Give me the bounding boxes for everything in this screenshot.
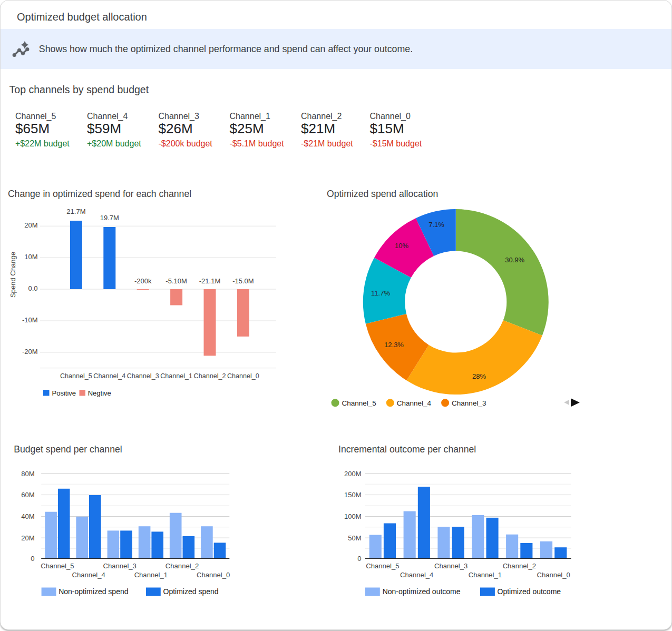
svg-text:Channel_3: Channel_3 (434, 562, 468, 570)
svg-text:Channel_5: Channel_5 (366, 562, 399, 570)
svg-text:Channel_4: Channel_4 (400, 571, 433, 579)
svg-text:150M: 150M (344, 491, 362, 499)
svg-text:7.1%: 7.1% (428, 221, 444, 229)
svg-text:80M: 80M (21, 470, 34, 478)
svg-text:-21.1M: -21.1M (199, 277, 220, 285)
svg-text:-5.10M: -5.10M (165, 277, 187, 285)
svg-text:Non-optimized spend: Non-optimized spend (59, 587, 128, 596)
svg-text:Channel_3: Channel_3 (452, 399, 486, 407)
svg-text:-15.0M: -15.0M (232, 277, 254, 285)
svg-text:Channel_2: Channel_2 (503, 562, 536, 570)
svg-text:0: 0 (31, 555, 34, 563)
svg-text:19.7M: 19.7M (100, 214, 119, 222)
svg-text:Optimized spend: Optimized spend (163, 587, 219, 596)
svg-text:Channel_2: Channel_2 (165, 562, 199, 570)
svg-text:Channel_5: Channel_5 (41, 562, 74, 570)
svg-text:12.3%: 12.3% (384, 341, 404, 349)
svg-text:200M: 200M (344, 470, 362, 478)
svg-text:20M: 20M (24, 221, 37, 229)
svg-text:Channel_4: Channel_4 (72, 571, 105, 579)
svg-text:Channel_0: Channel_0 (197, 571, 230, 579)
svg-text:Channel_0: Channel_0 (537, 571, 570, 579)
svg-text:0: 0 (357, 555, 361, 563)
svg-text:Channel_1: Channel_1 (160, 372, 192, 380)
svg-text:Channel_0: Channel_0 (227, 372, 259, 380)
svg-text:Channel_5: Channel_5 (342, 399, 376, 407)
svg-text:Channel_1: Channel_1 (469, 571, 502, 579)
svg-text:Channel_5: Channel_5 (60, 372, 92, 380)
svg-text:Negtive: Negtive (88, 389, 111, 397)
svg-text:Channel_4: Channel_4 (93, 372, 125, 380)
svg-text:Channel_3: Channel_3 (127, 372, 159, 380)
svg-text:Channel_1: Channel_1 (134, 571, 168, 579)
svg-text:Positive: Positive (52, 389, 76, 397)
svg-text:-10M: -10M (22, 316, 38, 324)
svg-text:60M: 60M (21, 491, 34, 499)
svg-text:50M: 50M (348, 534, 361, 542)
svg-text:100M: 100M (344, 512, 362, 520)
svg-text:20M: 20M (21, 534, 34, 542)
svg-text:21.7M: 21.7M (66, 208, 85, 215)
svg-text:Channel_2: Channel_2 (194, 372, 226, 380)
svg-text:10%: 10% (395, 242, 408, 250)
svg-text:0.0: 0.0 (28, 284, 37, 292)
svg-text:-20M: -20M (22, 348, 38, 356)
svg-text:28%: 28% (472, 372, 486, 380)
svg-text:40M: 40M (21, 512, 34, 520)
svg-text:Channel_4: Channel_4 (397, 399, 432, 407)
svg-text:11.7%: 11.7% (371, 289, 390, 297)
svg-text:-200k: -200k (134, 277, 152, 285)
svg-text:Optimized outcome: Optimized outcome (498, 587, 561, 596)
svg-text:Non-optimized outcome: Non-optimized outcome (383, 587, 461, 596)
svg-text:30.9%: 30.9% (505, 256, 524, 264)
svg-text:Spend Change: Spend Change (9, 252, 17, 298)
svg-text:10M: 10M (24, 253, 37, 261)
svg-text:Channel_3: Channel_3 (103, 562, 137, 570)
